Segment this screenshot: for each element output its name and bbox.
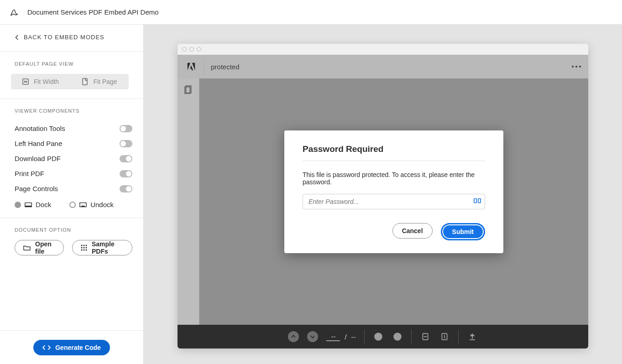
svg-point-9 [81,247,82,248]
page-title: Document Services PDF Embed API Demo [27,8,159,16]
zoom-in-button[interactable] [392,331,403,342]
code-icon [42,344,51,351]
generate-code-button[interactable]: Generate Code [33,340,110,355]
vc-download-toggle[interactable] [120,155,132,162]
page-up-button[interactable] [288,331,299,342]
svg-point-13 [83,249,84,250]
pdf-area: Password Required This file is password … [199,78,588,325]
dock-radio[interactable]: Dock [15,201,51,208]
vc-pagectrl-label: Page Controls [15,185,58,192]
cancel-button[interactable]: Cancel [392,223,433,239]
vc-pagectrl-toggle[interactable] [120,185,132,192]
password-modal: Password Required This file is password … [284,130,503,253]
page-sep: / [345,333,346,341]
svg-rect-17 [474,198,476,203]
zoom-out-button[interactable] [373,331,384,342]
fit-width-tool-button[interactable] [420,331,431,342]
sample-pdfs-label: Sample PDFs [92,240,124,255]
dock-label: Dock [36,201,51,208]
radio-selected-icon [15,202,21,208]
open-file-label: Open file [35,240,55,255]
svg-point-7 [83,244,84,246]
fit-page-label: Fit Page [93,78,117,85]
document-name: protected [211,63,240,71]
vc-lefthand-toggle[interactable] [120,140,132,147]
fit-width-button[interactable]: Fit Width [11,74,70,89]
vc-download-label: Download PDF [15,155,61,162]
svg-rect-1 [83,78,87,85]
password-input[interactable] [303,194,485,209]
traffic-light-min-icon [189,47,194,52]
page-down-button[interactable] [307,331,318,342]
vc-annotation-label: Annotation Tools [15,125,65,132]
grid-icon [81,244,87,251]
radio-unselected-icon [69,202,76,208]
page-total: -- [351,333,356,341]
undock-icon [79,202,87,208]
traffic-light-max-icon [197,47,201,52]
sample-pdfs-button[interactable]: Sample PDFs [72,240,132,255]
dock-icon [25,202,32,208]
section-title-viewer: VIEWER COMPONENTS [15,108,132,114]
svg-point-14 [85,249,87,250]
back-label: BACK TO EMBED MODES [24,34,105,41]
fit-page-button[interactable]: Fit Page [70,74,129,89]
adobe-logo-icon [185,60,198,73]
section-title-page-view: DEFAULT PAGE VIEW [15,61,132,67]
mac-titlebar [178,44,588,55]
svg-point-10 [83,247,84,248]
modal-message: This file is password protected. To acce… [303,171,485,186]
show-password-icon[interactable] [473,198,481,206]
preview-canvas: protected Password Required This file is… [144,25,622,364]
fit-width-icon [22,78,29,85]
undock-label: Undock [90,201,114,208]
svg-rect-3 [25,205,31,207]
vc-print-toggle[interactable] [120,170,132,177]
fit-page-icon [81,78,89,85]
viewer-header: protected [178,55,588,78]
page-view-segmented: Fit Width Fit Page [11,74,129,89]
traffic-light-close-icon [182,47,187,52]
viewer-left-rail [178,78,199,325]
svg-point-6 [81,244,82,246]
folder-open-icon [23,244,31,251]
acrobat-logo-icon [9,7,19,17]
chevron-left-icon [15,34,19,41]
generate-code-label: Generate Code [55,344,101,351]
vc-print-label: Print PDF [15,170,44,177]
undock-tool-button[interactable] [467,331,478,342]
page-controls-bar: -- / -- [178,325,588,348]
svg-point-8 [85,244,87,246]
page-indicator: -- / -- [326,333,355,341]
back-to-embed-modes[interactable]: BACK TO EMBED MODES [0,25,143,52]
modal-title: Password Required [303,144,485,154]
svg-point-11 [85,247,87,248]
page-current-input[interactable]: -- [326,333,340,341]
sidebar: BACK TO EMBED MODES DEFAULT PAGE VIEW Fi… [0,25,144,364]
svg-point-12 [81,249,82,250]
svg-rect-18 [478,198,481,203]
preview-window: protected Password Required This file is… [178,44,588,348]
vc-lefthand-label: Left Hand Pane [15,140,62,147]
section-title-doc: DOCUMENT OPTION [15,227,132,233]
open-file-button[interactable]: Open file [15,240,64,255]
thumbnails-icon[interactable] [184,85,193,94]
svg-rect-5 [82,205,85,207]
fit-page-tool-button[interactable] [439,331,450,342]
vc-annotation-toggle[interactable] [120,125,132,132]
more-menu-button[interactable] [572,66,581,68]
undock-radio[interactable]: Undock [69,201,114,208]
fit-width-label: Fit Width [34,78,59,85]
submit-button[interactable]: Submit [441,223,485,240]
